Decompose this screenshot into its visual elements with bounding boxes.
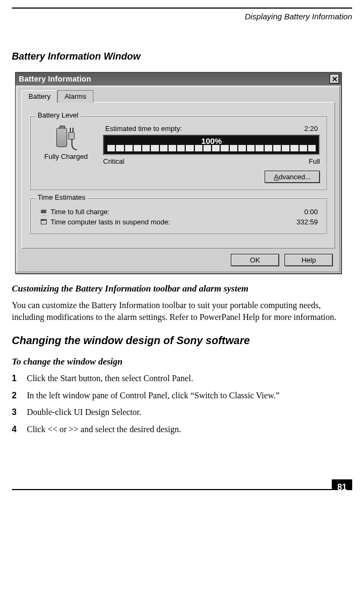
tab-battery[interactable]: Battery (21, 90, 57, 103)
estimated-time-label: Estimated time to empty: (105, 125, 182, 133)
window-title: Battery Information (19, 75, 91, 83)
steps-list: 1 Click the Start button, then select Co… (12, 373, 352, 435)
group-legend-battery-level: Battery Level (35, 111, 81, 119)
help-button[interactable]: Help (285, 254, 333, 266)
suspend-label: Time computer lasts in suspend mode: (50, 218, 170, 226)
estimated-time-value: 2:20 (304, 125, 318, 133)
advanced-button-rest: dvanced... (279, 173, 311, 181)
full-charge-label: Time to full charge: (50, 208, 110, 216)
figure-caption: Battery Information Window (12, 51, 352, 62)
close-icon[interactable]: ✕ (330, 74, 339, 84)
suspend-icon: 🗔 (39, 218, 48, 226)
laptop-icon: 💻 (39, 208, 48, 216)
subheading-customizing: Customizing the Battery Information tool… (12, 283, 352, 294)
step-text: Double-click UI Design Selector. (27, 406, 141, 418)
tab-alarms[interactable]: Alarms (57, 90, 93, 103)
list-item: 4 Click << or >> and select the desired … (12, 424, 352, 435)
step-text: Click << or >> and select the desired de… (27, 424, 181, 435)
subheading-to-change: To change the window design (12, 356, 352, 367)
step-number: 3 (12, 406, 27, 418)
step-text: In the left window pane of Control Panel… (27, 390, 280, 402)
full-charge-value: 0:00 (304, 208, 318, 216)
battery-info-window: Battery Information ✕ Battery Alarms Bat… (15, 72, 341, 274)
titlebar: Battery Information ✕ (16, 72, 341, 85)
figure-screenshot: Battery Information ✕ Battery Alarms Bat… (15, 72, 352, 274)
step-number: 4 (12, 424, 27, 435)
list-item: 3 Double-click UI Design Selector. (12, 406, 352, 418)
battery-plug-icon (53, 125, 79, 150)
scale-full: Full (309, 157, 320, 165)
running-header: Displaying Battery Information (12, 9, 352, 24)
list-item: 2 In the left window pane of Control Pan… (12, 390, 352, 402)
page-number: 81 (332, 479, 352, 490)
para-customizing: You can customize the Battery Informatio… (12, 300, 352, 323)
suspend-value: 332:59 (296, 218, 318, 226)
battery-status: Fully Charged (37, 152, 96, 161)
step-number: 2 (12, 390, 27, 402)
battery-level-bar: 100% (103, 135, 320, 155)
tab-panel-battery: Battery Level (21, 102, 335, 249)
step-number: 1 (12, 373, 27, 384)
group-battery-level: Battery Level (30, 115, 327, 190)
ok-button[interactable]: OK (231, 254, 279, 266)
advanced-button[interactable]: Advanced... (265, 171, 320, 183)
heading-changing-design: Changing the window design of Sony softw… (12, 334, 352, 347)
group-time-estimates: Time Estimates 💻Time to full charge: 0:0… (30, 198, 327, 234)
step-text: Click the Start button, then select Cont… (27, 373, 193, 384)
group-legend-time-estimates: Time Estimates (35, 193, 88, 201)
scale-critical: Critical (103, 157, 125, 165)
tabs: Battery Alarms (21, 90, 335, 103)
list-item: 1 Click the Start button, then select Co… (12, 373, 352, 384)
